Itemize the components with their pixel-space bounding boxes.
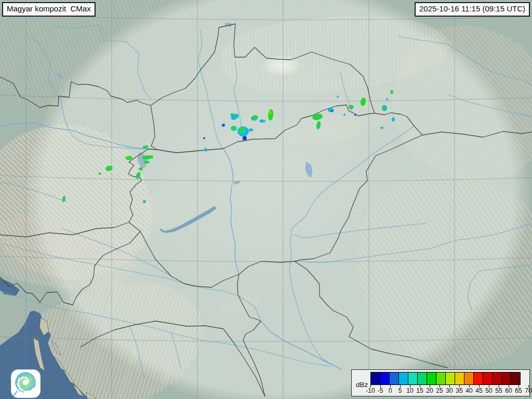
country-border [375,113,422,135]
dbz-color-cell [436,372,446,385]
dbz-color-cell [417,372,427,385]
river [130,326,144,378]
river [198,30,222,148]
country-border [129,222,239,287]
dbz-color-cell [483,372,493,385]
radar-echo [268,109,274,121]
radar-echo [313,115,317,118]
dbz-color-cell [455,372,464,385]
river [31,36,148,149]
dbz-color-cell [427,372,436,385]
radar-echo [239,127,243,131]
country-border [151,105,157,150]
country-border [219,24,375,113]
radar-echo [143,200,146,203]
dbz-color-cell [464,372,474,385]
radar-echo [232,126,235,129]
dbz-tick-label: 5 [398,387,402,394]
dbz-tick-label: 35 [456,387,462,394]
dbz-tick-label: 40 [466,387,472,394]
dbz-tick-label: -10 [366,387,375,394]
dbz-tick-label: 60 [505,387,512,394]
radar-echo [316,121,322,129]
radar-product-screen: Magyar kompozit CMax 2025-10-16 11:15 (0… [0,0,532,399]
product-label: Magyar kompozit CMax [2,2,96,17]
river [398,36,532,86]
river [62,229,171,276]
radar-echo [360,97,367,106]
country-border [0,231,140,305]
adriatic-island [51,340,61,355]
river [289,126,415,365]
dbz-tick-label: 50 [485,387,492,394]
latitude-gridline [0,337,532,342]
dbz-tick-label: 70 [525,387,531,394]
radar-echo [331,110,333,112]
radar-echo [243,136,247,140]
dbz-color-cell [445,372,455,385]
radar-echo [205,148,207,152]
radar-echo [203,137,205,139]
dbz-tick-label: 10 [406,387,413,394]
radar-echo [337,96,339,98]
pond-cz [57,74,63,78]
dbz-tick-label: 45 [475,387,482,394]
dbz-tick-label: 55 [495,387,502,394]
lake-tisza [305,162,312,178]
radar-echo [98,172,101,175]
radar-echo [222,124,225,127]
dbz-tick-label: 30 [446,387,453,394]
radar-echo [343,114,345,116]
country-border [157,105,375,153]
dbz-color-cell [501,372,511,385]
country-border [151,28,219,105]
dbz-color-cell [370,372,380,385]
dbz-color-cell [492,372,502,385]
country-border [81,321,265,396]
radar-echo [139,167,143,170]
dbz-color-cell [408,372,418,385]
radar-echo [109,166,112,169]
lake-balaton [161,206,216,233]
dbz-tick-label: 25 [436,387,443,394]
adriatic-island [86,392,97,399]
radar-echo [126,156,129,158]
dbz-legend: dBz -10-50510152025303540455055606570 [351,369,530,396]
radar-echo [251,117,254,119]
timestamp-label: 2025-10-16 11:15 (09:15 UTC) [415,2,530,17]
country-border [239,261,295,274]
radar-echo [259,119,265,123]
river [223,149,239,274]
country-border [295,135,422,261]
radar-echo [390,90,393,94]
dbz-tick-label: -5 [378,387,383,394]
river [294,223,426,238]
radar-echo [149,155,153,158]
latitude-gridline [0,256,532,262]
radar-echo [392,117,395,122]
radar-echo [328,108,334,112]
sea-gulf-of-trieste [0,278,20,296]
dbz-tick-label: 65 [515,387,522,394]
country-border [295,261,448,368]
latitude-gridline [0,176,532,181]
dbz-color-bar [370,372,521,385]
radar-echo [269,111,272,115]
dbz-tick-label: 0 [389,387,392,394]
country-border [422,131,532,137]
radar-echo [354,114,356,116]
country-border [237,274,265,396]
dbz-tick-label: 15 [416,387,423,394]
dbz-color-cell [380,372,390,385]
radar-echo [230,113,234,116]
radar-echo [386,98,388,100]
radar-echo [249,128,253,131]
radar-map [0,0,532,399]
country-border [0,77,151,108]
radar-echo [382,105,385,109]
river [301,223,532,263]
radar-echo [349,105,354,109]
river [261,321,342,370]
hungaromet-swirl-logo-icon [11,369,41,398]
dbz-color-cell [389,372,399,385]
